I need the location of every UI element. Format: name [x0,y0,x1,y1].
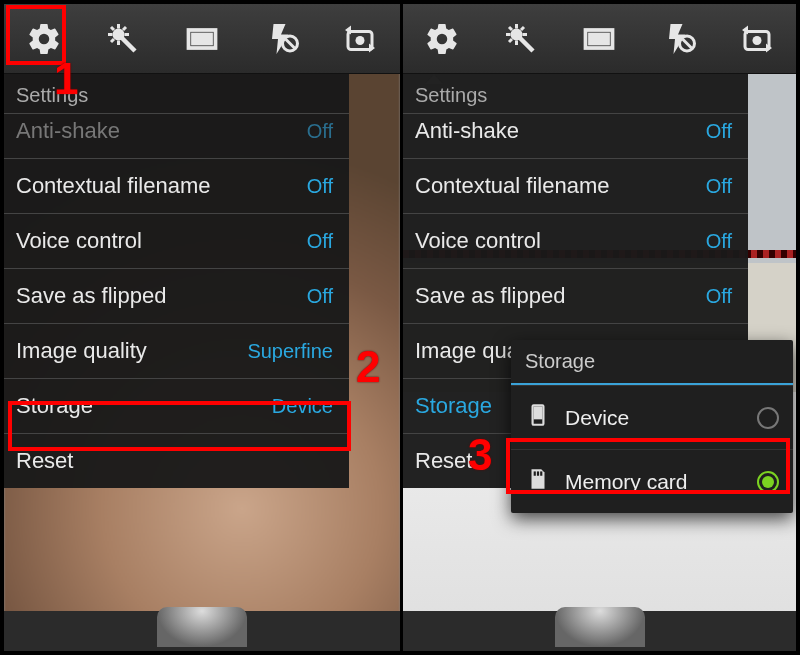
gear-icon[interactable] [23,18,65,60]
label: Save as flipped [415,283,565,309]
brightness-wand-icon[interactable] [102,18,144,60]
value: Device [272,395,333,418]
value: Off [307,175,333,198]
svg-rect-2 [193,34,211,43]
row-contextual-filename[interactable]: Contextual filename Off [4,158,349,213]
option-device[interactable]: Device [511,385,793,449]
sd-card-icon [525,466,551,497]
option-label: Device [565,406,629,430]
switch-camera-icon[interactable] [736,18,778,60]
left-panel: Settings Anti-shake Off Contextual filen… [4,4,400,651]
brightness-wand-icon[interactable] [500,18,542,60]
radio-on-icon [757,471,779,493]
value: Off [307,230,333,253]
row-anti-shake[interactable]: Anti-shake Off [4,113,349,158]
gear-icon[interactable] [421,18,463,60]
row-reset[interactable]: Reset [4,433,349,488]
row-contextual-filename[interactable]: Contextual filename Off [403,158,748,213]
label: Contextual filename [415,173,609,199]
label: Reset [415,448,472,474]
row-voice-control[interactable]: Voice control Off [4,213,349,268]
label: Voice control [16,228,142,254]
label: Storage [415,393,492,419]
flash-off-icon[interactable] [657,18,699,60]
label: Voice control [415,228,541,254]
switch-camera-icon[interactable] [339,18,381,60]
label: Contextual filename [16,173,210,199]
camera-bottombar [403,611,796,651]
value: Off [706,230,732,253]
row-save-as-flipped[interactable]: Save as flipped Off [403,268,748,323]
radio-off-icon [757,407,779,429]
settings-panel: Settings Anti-shake Off Contextual filen… [4,74,349,488]
option-memory-card[interactable]: Memory card [511,449,793,513]
value: Off [706,285,732,308]
row-voice-control[interactable]: Voice control Off [403,213,748,268]
flash-off-icon[interactable] [260,18,302,60]
toolbar-caret-icon [425,74,443,84]
label: Reset [16,448,73,474]
label: Storage [16,393,93,419]
label: Save as flipped [16,283,166,309]
row-image-quality[interactable]: Image quality Superfine [4,323,349,378]
row-save-as-flipped[interactable]: Save as flipped Off [4,268,349,323]
value: Superfine [247,340,333,363]
camera-bottombar [4,611,400,651]
svg-point-11 [752,36,761,45]
dialog-title: Storage [511,340,793,385]
camera-toolbar [4,4,400,74]
svg-rect-16 [540,471,542,475]
option-label: Memory card [565,470,688,494]
frame-icon[interactable] [181,18,223,60]
settings-title: Settings [4,74,349,113]
settings-title: Settings [403,74,748,113]
svg-point-5 [356,36,365,45]
camera-toolbar [403,4,796,74]
row-storage[interactable]: Storage Device [4,378,349,433]
storage-dialog: Storage Device Memory card [511,340,793,513]
frame-icon[interactable] [578,18,620,60]
svg-rect-14 [534,471,536,475]
value: Off [307,120,333,143]
value: Off [706,120,732,143]
label: Anti-shake [16,118,120,144]
value: Off [706,175,732,198]
svg-rect-8 [590,34,608,43]
label: Image quality [16,338,147,364]
svg-rect-13 [535,407,542,418]
shutter-button[interactable] [555,607,645,647]
tutorial-two-panel: Settings Anti-shake Off Contextual filen… [2,2,798,653]
right-panel: Settings Anti-shake Off Contextual filen… [400,4,796,651]
device-icon [525,402,551,433]
shutter-button[interactable] [157,607,247,647]
svg-rect-15 [537,471,539,475]
row-anti-shake[interactable]: Anti-shake Off [403,113,748,158]
value: Off [307,285,333,308]
label: Anti-shake [415,118,519,144]
